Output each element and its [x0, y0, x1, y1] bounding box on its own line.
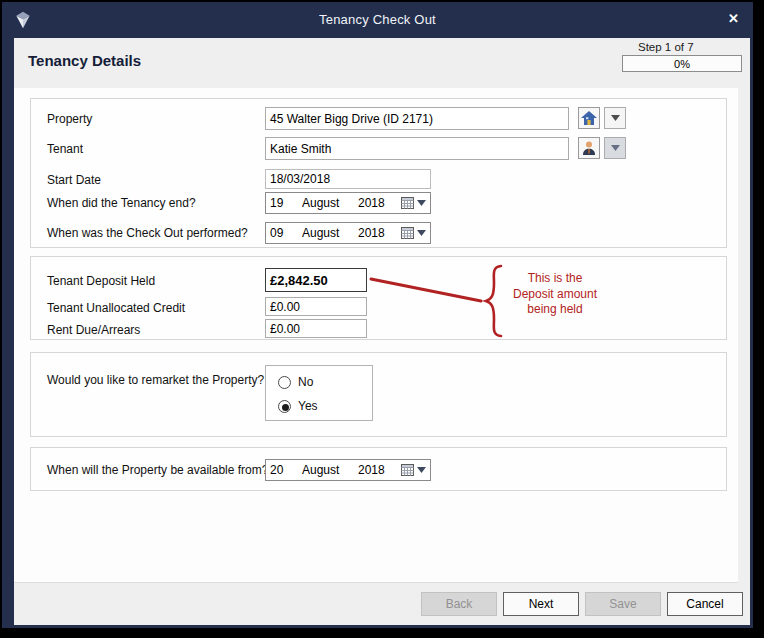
titlebar: Tenancy Check Out ✕	[2, 2, 753, 38]
radio-no-circle	[278, 376, 291, 389]
radio-yes-circle	[278, 400, 291, 413]
tenant-input[interactable]: Katie Smith	[265, 137, 569, 160]
start-date-label: Start Date	[47, 173, 101, 187]
radio-yes-label: Yes	[298, 399, 318, 413]
page-title: Tenancy Details	[28, 52, 141, 69]
calendar-icon	[401, 197, 414, 209]
progress-percent: 0%	[623, 58, 741, 70]
property-label: Property	[47, 112, 92, 126]
radio-option-no[interactable]: No	[278, 374, 313, 390]
chevron-down-icon	[417, 200, 426, 206]
checkout-datepicker[interactable]: 09 August 2018	[265, 222, 431, 244]
month-value: August	[302, 226, 339, 240]
available-from-label: When will the Property be available from…	[47, 463, 268, 477]
remarket-question-label: Would you like to remarket the Property?	[47, 373, 264, 387]
year-value: 2018	[358, 226, 385, 240]
year-value: 2018	[358, 196, 385, 210]
tenancy-end-label: When did the Tenancy end?	[47, 196, 196, 210]
progress-bar: 0%	[622, 55, 742, 72]
month-value: August	[302, 463, 339, 477]
day-value: 19	[270, 196, 283, 210]
group-financials: Tenant Deposit Held £2,842.50 Tenant Una…	[30, 256, 727, 340]
screen: Tenancy Check Out ✕ Tenancy Details Step…	[0, 0, 764, 638]
deposit-annotation: This is the Deposit amount being held	[499, 271, 611, 318]
house-icon	[581, 111, 597, 125]
group-remarket: Would you like to remarket the Property?…	[30, 352, 727, 437]
annotation-line: Deposit amount	[499, 287, 611, 303]
tenancy-checkout-dialog: Tenancy Check Out ✕ Tenancy Details Step…	[2, 2, 753, 628]
cancel-button[interactable]: Cancel	[667, 592, 743, 616]
annotation-line: This is the	[499, 271, 611, 287]
person-icon	[582, 141, 596, 155]
month-value: August	[302, 196, 339, 210]
calendar-icon	[401, 464, 414, 476]
annotation-line: being held	[499, 302, 611, 318]
dialog-body: Tenancy Details Step 1 of 7 0% Property …	[14, 38, 750, 625]
chevron-down-icon	[611, 145, 620, 151]
save-button: Save	[585, 592, 661, 616]
footer-button-bar: Back Next Save Cancel	[421, 592, 743, 616]
checkout-performed-label: When was the Check Out performed?	[47, 226, 248, 240]
property-picker-button[interactable]	[578, 107, 600, 129]
tenant-label: Tenant	[47, 142, 83, 156]
chevron-down-icon	[417, 230, 426, 236]
content-panel: Property 45 Walter Bigg Drive (ID 2171) …	[14, 88, 738, 583]
deposit-value-input[interactable]: £2,842.50	[265, 268, 367, 292]
step-label: Step 1 of 7	[638, 41, 742, 53]
property-input[interactable]: 45 Walter Bigg Drive (ID 2171)	[265, 107, 569, 130]
tenant-dropdown-button[interactable]	[604, 137, 626, 159]
remarket-options-panel: No Yes	[265, 365, 373, 421]
step-indicator: Step 1 of 7 0%	[622, 41, 742, 72]
chevron-down-icon	[611, 115, 620, 121]
day-value: 20	[270, 463, 283, 477]
radio-no-label: No	[298, 375, 313, 389]
credit-value-input[interactable]: £0.00	[265, 297, 367, 316]
start-date-value: 18/03/2018	[265, 169, 431, 189]
available-from-datepicker[interactable]: 20 August 2018	[265, 459, 431, 481]
rent-due-value-input[interactable]: £0.00	[265, 319, 367, 338]
group-tenancy-details: Property 45 Walter Bigg Drive (ID 2171) …	[30, 98, 727, 248]
credit-label: Tenant Unallocated Credit	[47, 301, 185, 315]
window-title: Tenancy Check Out	[2, 12, 753, 27]
day-value: 09	[270, 226, 283, 240]
chevron-down-icon	[417, 467, 426, 473]
next-button[interactable]: Next	[503, 592, 579, 616]
tenancy-end-datepicker[interactable]: 19 August 2018	[265, 192, 431, 214]
back-button: Back	[421, 592, 497, 616]
tenant-picker-button[interactable]	[578, 137, 600, 159]
year-value: 2018	[358, 463, 385, 477]
close-icon[interactable]: ✕	[728, 11, 739, 27]
group-availability: When will the Property be available from…	[30, 447, 727, 491]
deposit-label: Tenant Deposit Held	[47, 274, 155, 288]
calendar-icon	[401, 227, 414, 239]
property-dropdown-button[interactable]	[604, 107, 626, 129]
rent-due-label: Rent Due/Arrears	[47, 323, 140, 337]
radio-option-yes[interactable]: Yes	[278, 398, 318, 414]
